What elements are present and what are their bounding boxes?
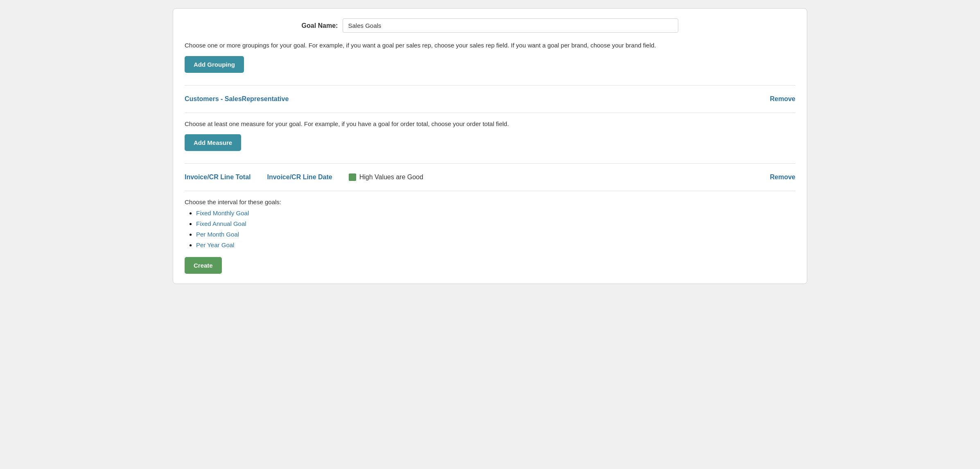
- main-card: Goal Name: Choose one or more groupings …: [173, 8, 807, 284]
- interval-title: Choose the interval for these goals:: [185, 198, 795, 205]
- measure-fields: Invoice/CR Line Total Invoice/CR Line Da…: [185, 174, 770, 181]
- interval-list: Fixed Monthly Goal Fixed Annual Goal Per…: [185, 210, 795, 249]
- grouping-item-label: Customers - SalesRepresentative: [185, 95, 289, 103]
- grouping-row: Customers - SalesRepresentative Remove: [185, 92, 795, 106]
- list-item: Per Year Goal: [196, 241, 795, 249]
- list-item: Fixed Monthly Goal: [196, 210, 795, 217]
- grouping-description: Choose one or more groupings for your go…: [185, 41, 795, 50]
- create-button[interactable]: Create: [185, 257, 222, 274]
- high-values-checkbox[interactable]: [349, 174, 356, 181]
- list-item: Per Month Goal: [196, 231, 795, 238]
- divider-3: [185, 163, 795, 164]
- per-year-goal-link[interactable]: Per Year Goal: [196, 241, 234, 248]
- high-values-label: High Values are Good: [359, 174, 423, 181]
- divider-4: [185, 191, 795, 191]
- date-field-label: Invoice/CR Line Date: [267, 174, 332, 181]
- per-month-goal-link[interactable]: Per Month Goal: [196, 231, 239, 238]
- measure-remove-link[interactable]: Remove: [770, 174, 795, 181]
- fixed-monthly-goal-link[interactable]: Fixed Monthly Goal: [196, 210, 249, 216]
- measure-section: Choose at least one measure for your goa…: [185, 120, 795, 192]
- measure-description: Choose at least one measure for your goa…: [185, 120, 795, 129]
- measure-field-label: Invoice/CR Line Total: [185, 174, 251, 181]
- divider-1: [185, 85, 795, 86]
- high-values-container: High Values are Good: [349, 174, 423, 181]
- divider-2: [185, 113, 795, 113]
- goal-name-row: Goal Name:: [185, 18, 795, 33]
- interval-section: Choose the interval for these goals: Fix…: [185, 198, 795, 274]
- add-grouping-button[interactable]: Add Grouping: [185, 56, 244, 73]
- list-item: Fixed Annual Goal: [196, 220, 795, 228]
- grouping-remove-link[interactable]: Remove: [770, 95, 795, 103]
- goal-name-input[interactable]: [343, 18, 678, 33]
- fixed-annual-goal-link[interactable]: Fixed Annual Goal: [196, 220, 246, 227]
- add-measure-button[interactable]: Add Measure: [185, 134, 241, 151]
- measure-row: Invoice/CR Line Total Invoice/CR Line Da…: [185, 170, 795, 184]
- goal-name-label: Goal Name:: [302, 22, 338, 29]
